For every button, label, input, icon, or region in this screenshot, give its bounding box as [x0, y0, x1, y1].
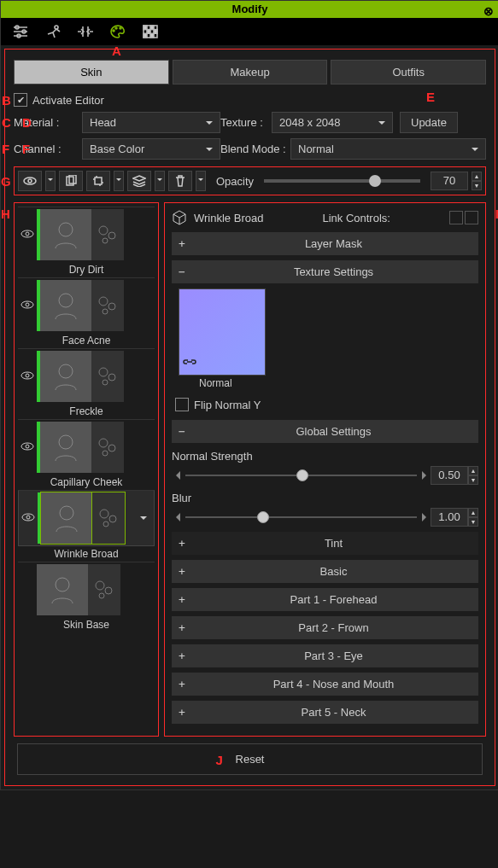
visibility-dd[interactable]	[45, 171, 56, 191]
ns-inc[interactable]	[422, 471, 431, 480]
opacity-slider[interactable]	[264, 179, 420, 183]
flip-normal-checkbox[interactable]	[175, 398, 189, 411]
blur-slider[interactable]	[185, 516, 417, 518]
blend-label: Blend Mode :	[220, 143, 290, 155]
window-title: Modify	[232, 3, 268, 15]
tab-outfits[interactable]: Outfits	[331, 60, 486, 84]
acc-part3[interactable]: +Part 3 - Eye	[172, 644, 478, 667]
channel-select[interactable]: Base Color	[82, 138, 220, 160]
acc-part5[interactable]: +Part 5 - Neck	[172, 701, 478, 724]
layer-eye-icon[interactable]	[18, 229, 37, 242]
acc-part4[interactable]: +Part 4 - Nose and Mouth	[172, 673, 478, 696]
copy-icon[interactable]	[59, 171, 83, 191]
layer-thumbnail[interactable]	[40, 280, 91, 331]
svg-point-37	[21, 443, 33, 450]
layer-dry-dirt[interactable]	[18, 207, 155, 262]
svg-point-28	[99, 297, 108, 306]
svg-point-40	[99, 439, 108, 447]
opacity-down[interactable]: ▼	[472, 181, 482, 190]
layer-thumbnail[interactable]	[40, 209, 91, 260]
layer-deco	[91, 351, 124, 402]
annot-F1: F	[2, 142, 9, 156]
link-icon[interactable]	[183, 358, 196, 371]
layer-eye-icon[interactable]	[18, 441, 37, 454]
tab-pose[interactable]	[37, 18, 69, 45]
annot-B: B	[2, 93, 11, 108]
layer-thumbnail[interactable]	[41, 492, 92, 544]
layer-skin-base[interactable]	[18, 562, 155, 617]
svg-point-35	[108, 374, 115, 381]
activate-checkbox[interactable]	[14, 93, 27, 107]
layer-eye-icon[interactable]	[18, 370, 37, 383]
layer-thumbnail[interactable]	[40, 351, 91, 402]
blur-dec[interactable]	[172, 513, 180, 521]
layer-face-acne[interactable]	[18, 277, 155, 333]
annot-C: C	[2, 115, 11, 130]
layer-thumbnail[interactable]	[37, 564, 88, 615]
svg-point-32	[26, 374, 29, 377]
svg-point-42	[103, 451, 108, 456]
ns-dec[interactable]	[172, 471, 180, 480]
acc-part2[interactable]: +Part 2 - Frown	[172, 616, 478, 639]
layers-dd[interactable]	[155, 171, 165, 191]
opacity-value[interactable]: 70	[431, 172, 468, 190]
ns-slider[interactable]	[185, 475, 417, 476]
ns-thumb[interactable]	[296, 469, 308, 481]
svg-rect-13	[150, 33, 154, 38]
svg-point-15	[28, 179, 32, 183]
layer-wrinkle-broad[interactable]	[18, 490, 155, 546]
acc-basic[interactable]: +Basic	[172, 560, 478, 583]
layer-freckle[interactable]	[18, 348, 155, 404]
link-btn-2[interactable]	[465, 211, 478, 224]
ns-value[interactable]: 0.50	[431, 466, 468, 485]
acc-layer-mask[interactable]: +Layer Mask	[172, 232, 478, 255]
layer-deco	[91, 280, 124, 331]
material-select[interactable]: Head	[82, 112, 220, 133]
tab-palette[interactable]: A	[102, 18, 134, 45]
layer-eye-icon[interactable]	[19, 512, 38, 525]
layer-name: Dry Dirt	[18, 262, 155, 277]
texture-preview[interactable]	[179, 288, 266, 376]
svg-rect-12	[144, 33, 147, 38]
blur-down[interactable]: ▼	[468, 517, 478, 527]
blur-thumb[interactable]	[257, 511, 269, 523]
layer-eye-icon[interactable]	[18, 300, 37, 312]
blur-value[interactable]: 1.00	[431, 508, 468, 527]
trash-dd[interactable]	[196, 171, 206, 191]
tab-makeup[interactable]: Makeup	[173, 60, 328, 84]
opacity-up[interactable]: ▲	[472, 172, 482, 181]
blur-up[interactable]: ▲	[468, 508, 478, 517]
tabbar: A	[1, 18, 498, 45]
svg-point-24	[103, 238, 108, 243]
acc-tint[interactable]: +Tint	[172, 532, 478, 555]
update-button[interactable]: Update	[400, 112, 458, 133]
flip-normal-label: Flip Normal Y	[194, 399, 261, 411]
trash-icon[interactable]	[168, 171, 192, 191]
svg-point-48	[103, 521, 108, 527]
texture-select[interactable]: 2048 x 2048	[272, 112, 393, 133]
link-btn-1[interactable]	[449, 211, 463, 224]
blend-select[interactable]: Normal	[290, 138, 486, 160]
svg-point-52	[99, 593, 104, 598]
opacity-thumb[interactable]	[369, 175, 381, 187]
blur-inc[interactable]	[422, 513, 431, 521]
layer-capillary-cheek[interactable]	[18, 419, 155, 475]
tab-shrink[interactable]	[69, 18, 102, 45]
ns-down[interactable]: ▼	[468, 475, 478, 485]
ns-up[interactable]: ▲	[468, 466, 478, 475]
visibility-icon[interactable]	[18, 171, 42, 191]
tab-sliders[interactable]	[4, 18, 37, 45]
layer-deco	[92, 492, 125, 544]
close-icon[interactable]: ⊗	[483, 3, 494, 20]
layer-thumbnail[interactable]	[40, 422, 91, 473]
acc-global-settings[interactable]: −Global Settings	[172, 420, 478, 443]
reset-button[interactable]: J Reset	[17, 743, 483, 775]
acc-texture-settings[interactable]: −Texture Settings	[172, 260, 478, 283]
layers-icon[interactable]	[127, 171, 151, 191]
acc-part1[interactable]: +Part 1 - Forehead	[172, 588, 478, 611]
annot-J: J	[216, 753, 223, 767]
tab-skin[interactable]: Skin	[14, 60, 169, 84]
tab-checker[interactable]	[134, 18, 167, 45]
crop-dd[interactable]	[114, 171, 124, 191]
crop-icon[interactable]	[86, 171, 110, 191]
